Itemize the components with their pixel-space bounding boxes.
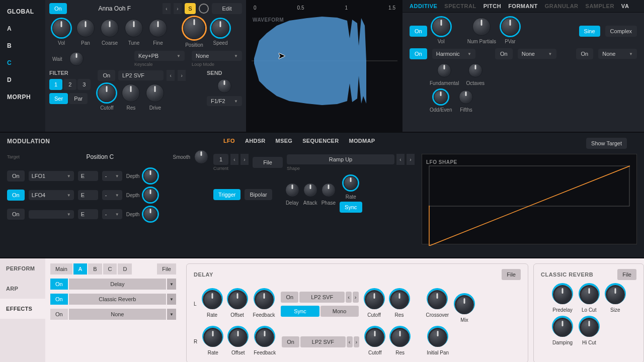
tab-pitch[interactable]: PITCH (484, 3, 502, 9)
solo-button[interactable]: S (185, 3, 196, 14)
perf-main[interactable]: Main (50, 263, 72, 275)
fx2-select[interactable]: Classic Reverb (69, 294, 166, 305)
mix-knob[interactable] (455, 295, 474, 314)
size-knob[interactable] (606, 285, 625, 304)
perf-b[interactable]: B (88, 263, 102, 275)
speed-knob[interactable] (211, 19, 229, 37)
tab-effects[interactable]: EFFECTS (0, 299, 45, 319)
trigger-button[interactable]: Trigger (213, 189, 240, 200)
mod-row3-on[interactable]: On (7, 209, 25, 220)
tab-arp[interactable]: ARP (0, 279, 45, 299)
delay-r-cutoff-knob[interactable] (365, 328, 384, 347)
fx3-chev[interactable]: ▼ (167, 309, 176, 320)
bipolar-button[interactable]: Bipolar (245, 189, 272, 200)
lfo-shape-prev[interactable]: ‹ (396, 154, 405, 165)
delay-l-cutoff-knob[interactable] (365, 290, 384, 309)
fifths-knob[interactable] (459, 90, 473, 104)
delay-l-rate-knob[interactable] (203, 290, 222, 309)
sidebar-a[interactable]: A (0, 20, 45, 37)
perf-a[interactable]: A (73, 263, 87, 275)
res-knob[interactable] (122, 84, 140, 102)
lfo-shape-display[interactable]: LFO SHAPE (422, 154, 637, 244)
fx1-chev[interactable]: ▼ (167, 279, 176, 290)
pan-knob[interactable] (76, 19, 95, 37)
mod-row1-depth-knob[interactable] (143, 169, 157, 183)
perf-c[interactable]: C (103, 263, 117, 275)
slot3-dropdown[interactable]: None▼ (598, 49, 637, 59)
filter-type-dropdown[interactable]: LP2 SVF (118, 70, 164, 80)
perf-d[interactable]: D (118, 263, 132, 275)
tab-granular[interactable]: GRANULAR (545, 3, 579, 9)
harmonic-dropdown[interactable]: Harmonic▼ (432, 49, 475, 59)
sidebar-b[interactable]: B (0, 37, 45, 54)
loopmode-dropdown[interactable]: None▼ (192, 51, 242, 61)
filter-2[interactable]: 2 (63, 79, 76, 90)
mod-row1-via[interactable]: E (78, 171, 98, 181)
delay-file[interactable]: File (502, 269, 521, 280)
sidebar-d[interactable]: D (0, 71, 45, 88)
lfo-shape-next[interactable]: › (407, 154, 415, 165)
tab-modmap[interactable]: MODMAP (349, 138, 375, 149)
oddeven-knob[interactable] (434, 90, 448, 104)
lfo-num-next[interactable]: › (240, 154, 249, 165)
lfo-delay-knob[interactable] (285, 183, 299, 197)
tab-ahdsr[interactable]: AHDSR (245, 138, 266, 149)
filter-on[interactable]: On (98, 70, 115, 81)
fx3-on[interactable]: On (50, 309, 68, 320)
delay-r-rate-knob[interactable] (203, 328, 222, 347)
initial-pan-knob[interactable] (428, 328, 447, 347)
lfo-num-prev[interactable]: ‹ (230, 154, 238, 165)
send-route-dropdown[interactable]: F1/F2▼ (207, 96, 242, 106)
delay-r-filter-type[interactable]: LP2 SVF (300, 336, 346, 347)
position-knob[interactable] (183, 17, 205, 39)
mod-row1-op[interactable]: -▼ (102, 171, 122, 181)
mod-row1-on[interactable]: On (7, 170, 25, 182)
crossover-knob[interactable] (428, 290, 447, 309)
mod-row3-src[interactable]: ▼ (29, 210, 74, 219)
tune-knob[interactable] (125, 19, 143, 37)
tab-perform[interactable]: PERFORM (0, 258, 45, 279)
tab-sequencer[interactable]: SEQUENCER (302, 138, 339, 149)
delay-mono[interactable]: Mono (320, 306, 359, 317)
delay-r-offset-knob[interactable] (228, 328, 248, 347)
sidebar-global[interactable]: GLOBAL (0, 3, 45, 20)
perf-file[interactable]: File (157, 263, 176, 275)
fx1-select[interactable]: Delay (69, 279, 166, 290)
mod-row2-src[interactable]: LFO4▼ (29, 190, 74, 200)
sidebar-c[interactable]: C (0, 54, 45, 71)
show-target-button[interactable]: Show Target (586, 138, 627, 149)
smooth-knob[interactable] (194, 150, 208, 164)
slot3-on[interactable]: On (576, 48, 594, 59)
keyscale-dropdown[interactable]: Key+PB▼ (134, 51, 185, 61)
additive-on[interactable]: On (410, 26, 427, 37)
mod-row2-depth-knob[interactable] (143, 188, 157, 202)
tab-lfo[interactable]: LFO (223, 138, 235, 149)
locut-knob[interactable] (580, 285, 599, 304)
mod-row3-op[interactable]: -▼ (102, 209, 122, 219)
mod-row1-src[interactable]: LFO1▼ (29, 171, 74, 181)
tab-spectral[interactable]: SPECTRAL (444, 3, 476, 9)
fx3-select[interactable]: None (69, 309, 166, 320)
vol-knob[interactable] (52, 19, 70, 37)
delay-l-res-knob[interactable] (390, 290, 409, 309)
fundamental-knob[interactable] (437, 63, 451, 77)
delay-r-filter-on[interactable]: On (282, 336, 299, 347)
delay-l-filter-next[interactable]: › (353, 292, 359, 303)
fine-knob[interactable] (149, 19, 167, 37)
reverb-file[interactable]: File (617, 269, 636, 280)
mod-row3-depth-knob[interactable] (143, 207, 157, 221)
lfo-num[interactable]: 1 (213, 154, 228, 165)
filter-parallel[interactable]: Par (69, 93, 88, 104)
wait-knob[interactable] (69, 52, 84, 66)
filter-prev[interactable]: ‹ (167, 70, 175, 81)
lfo-rate-knob[interactable] (344, 176, 358, 190)
send-knob[interactable] (217, 79, 231, 93)
fx1-on[interactable]: On (50, 279, 68, 290)
tab-formant[interactable]: FORMANT (508, 3, 538, 9)
lfo-shape-dropdown[interactable]: Ramp Up (287, 154, 394, 164)
mod-row3-via[interactable]: E (78, 209, 98, 219)
octaves-knob[interactable] (468, 63, 482, 77)
delay-l-filter-prev[interactable]: ‹ (346, 292, 352, 303)
drive-knob[interactable] (146, 84, 164, 102)
cutoff-knob[interactable] (98, 84, 116, 102)
